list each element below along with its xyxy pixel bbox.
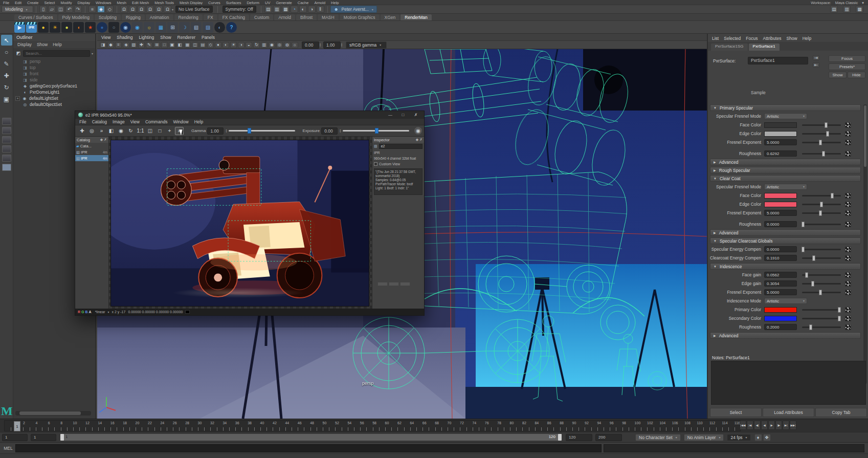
lock-camera-icon[interactable]: ◆ <box>107 42 114 48</box>
pxr-star-icon[interactable]: ★ <box>85 22 96 33</box>
grease-pencil-icon[interactable]: ✎ <box>146 42 152 48</box>
menu-deform[interactable]: Deform <box>247 0 259 5</box>
snap-viewplane-icon[interactable]: Ω <box>155 6 163 13</box>
section-clear-coat[interactable]: ▼Clear Coat <box>710 175 861 182</box>
stepper-icon[interactable]: ▲▼ <box>339 129 341 133</box>
outliner-item-gatlinggeo-polysurface1[interactable]: ◈gatlingGeo:polySurface1 <box>13 83 95 89</box>
shelf-tab-bifrost[interactable]: Bifrost <box>296 14 317 20</box>
film-gate-icon[interactable]: □ <box>161 42 168 48</box>
anim-end-field[interactable]: 200 <box>595 434 622 441</box>
ipr-menu-commands[interactable]: Commands <box>145 119 167 124</box>
map-texture-button[interactable] <box>845 316 851 321</box>
go-to-end-button[interactable]: ▶▶| <box>790 421 796 430</box>
custom-view-checkbox[interactable] <box>374 162 377 166</box>
snap-point-icon[interactable]: Ω <box>138 6 145 13</box>
pin-node-icon[interactable]: ⇥ <box>813 55 819 60</box>
refresh-icon[interactable]: ↻ <box>126 127 135 135</box>
display-icon[interactable]: ◧ <box>107 127 116 135</box>
ae-menu-selected[interactable]: Selected <box>724 36 741 41</box>
attr-field-roughness[interactable]: 0.0000 <box>764 221 797 227</box>
search-input[interactable] <box>23 50 90 57</box>
shelf-tab-animation[interactable]: Animation <box>146 14 173 20</box>
attr-slider-roughness[interactable] <box>802 224 841 225</box>
grid-icon[interactable]: ⊞ <box>153 42 160 48</box>
slider-handle[interactable] <box>820 202 823 207</box>
textured-icon[interactable]: ◐ <box>222 42 229 48</box>
anim-layer-dropdown[interactable]: No Anim Layer▾ <box>684 434 724 441</box>
channel-g-label[interactable]: G <box>81 310 84 314</box>
attr-field-fresnel-exponent[interactable]: 5.0000 <box>764 210 797 216</box>
image-plane-icon[interactable]: ▧ <box>130 42 137 48</box>
lpe-editor-icon[interactable]: ▦ <box>155 22 166 33</box>
output-connections-icon[interactable]: ▥ <box>273 6 281 13</box>
node-name-field[interactable]: PxrSurface1 <box>748 57 808 64</box>
attr-slider-fresnel-exponent[interactable] <box>802 292 841 293</box>
workspace-selector[interactable]: Workspace: Maya Classic ▾ <box>811 0 868 5</box>
map-texture-button[interactable] <box>845 193 851 199</box>
slider-handle[interactable] <box>812 255 815 261</box>
map-texture-button[interactable] <box>845 210 851 216</box>
section-advanced[interactable]: ▶Advanced <box>710 229 861 236</box>
shelf-tab-arnold[interactable]: Arnold <box>274 14 295 20</box>
layout-preset-button[interactable] <box>2 118 11 125</box>
fps-dropdown[interactable]: 24 fps▾ <box>727 434 750 441</box>
lights-icon[interactable]: ☀ <box>230 42 237 48</box>
catalog-item-2[interactable]: ▧IPR4m <box>75 155 108 161</box>
camera-attributes-icon[interactable]: ≡ <box>115 42 122 48</box>
show-button[interactable]: Show <box>829 72 847 78</box>
attr-slider-fresnel-exponent[interactable] <box>802 142 841 143</box>
safe-action-icon[interactable]: ◫ <box>192 42 198 48</box>
account-button[interactable]: ☻ Peter Averst... ▾ <box>330 6 377 13</box>
live-surface-field[interactable]: No Live Surface <box>175 6 212 13</box>
menu-edit[interactable]: Edit <box>15 0 21 5</box>
ipr-render-window[interactable]: e2 IPR 960x540 95.0%* — □ ✗ FileCatalogI… <box>75 111 425 316</box>
ae-tab-pxrsurface1sg[interactable]: PxrSurface1SG <box>711 43 748 51</box>
channel-r-label[interactable]: R <box>78 310 80 314</box>
keyhole-sphere-icon[interactable]: ◉ <box>120 22 131 33</box>
outliner-item-persp[interactable]: ◨persp <box>13 58 95 64</box>
color-swatch-face-color[interactable] <box>764 193 797 199</box>
menuset-selector[interactable]: Modeling ▾ <box>2 6 33 13</box>
resolution-gate-icon[interactable]: ▣ <box>169 42 175 48</box>
command-language-toggle[interactable]: MEL <box>1 446 15 451</box>
map-texture-button[interactable] <box>845 222 851 227</box>
viewport-menu-view[interactable]: View <box>101 35 110 40</box>
viewport-menu-renderer[interactable]: Renderer <box>177 35 195 40</box>
menu-uv[interactable]: UV <box>265 0 270 5</box>
map-texture-button[interactable] <box>845 324 851 330</box>
play-all-icon[interactable]: » <box>97 127 106 135</box>
gamma-slider[interactable] <box>229 130 295 132</box>
play-forward-button[interactable]: ▶ <box>768 421 775 430</box>
go-to-start-button[interactable]: |◀◀ <box>740 421 746 430</box>
outliner-item-pxrdomelight1[interactable]: ◐PxrDomeLight1 <box>13 89 95 95</box>
shelf-tab-sculpting[interactable]: Sculpting <box>95 14 121 20</box>
renderman-help-icon[interactable]: ? <box>226 22 237 33</box>
menu-cache[interactable]: Cache <box>298 0 309 5</box>
input-connections-icon[interactable]: ▤ <box>264 6 272 13</box>
layout-preset-button[interactable] <box>2 164 11 171</box>
slider-handle[interactable] <box>822 151 825 157</box>
menu-windows[interactable]: Windows <box>96 0 111 5</box>
playback-end-field[interactable]: 120 <box>566 434 592 441</box>
map-texture-button[interactable] <box>845 272 851 278</box>
texture-icon[interactable]: ▨ <box>203 22 213 33</box>
exposure-icon[interactable]: ☼ <box>292 42 298 48</box>
rotate-tool-icon[interactable]: ↻ <box>1 82 12 93</box>
attr-slider-face-color[interactable] <box>802 195 841 197</box>
filter-icon[interactable]: ◩ <box>16 50 21 57</box>
lasso-tool-icon[interactable]: ○ <box>1 47 12 57</box>
slider-handle[interactable] <box>826 131 829 137</box>
attr-slider-specular-energy-compen[interactable] <box>802 249 841 250</box>
new-scene-icon[interactable]: ▯ <box>39 6 47 13</box>
shelf-tab-fx-caching[interactable]: FX Caching <box>218 14 249 20</box>
ipr-menu-file[interactable]: File <box>79 119 86 124</box>
load-attributes-button[interactable]: Load Attributes <box>763 408 814 417</box>
select-camera-icon[interactable]: ◨ <box>100 42 106 48</box>
select-hierarchy-icon[interactable]: ≡ <box>88 6 96 13</box>
notes-textarea[interactable] <box>711 361 866 405</box>
gate-mask-icon[interactable]: ◧ <box>176 42 183 48</box>
map-texture-button[interactable] <box>845 307 851 313</box>
color-swatch-edge-color[interactable] <box>764 131 797 137</box>
mesh-light-icon[interactable]: ○ <box>108 22 119 33</box>
holdout-icon[interactable]: ⊞ <box>167 22 178 33</box>
